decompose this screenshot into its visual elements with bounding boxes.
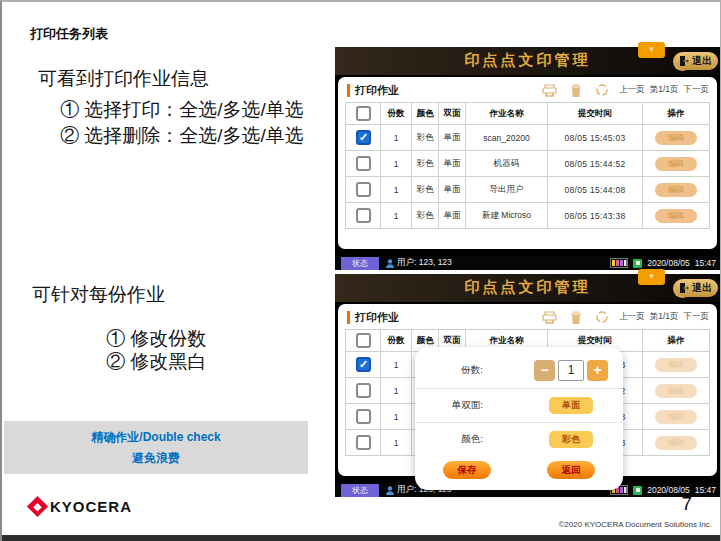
row-checkbox[interactable]	[356, 409, 371, 424]
trash-icon[interactable]	[570, 311, 582, 324]
back-button[interactable]: 返回	[547, 461, 595, 479]
cell-name: scan_20200	[466, 125, 548, 150]
edit-button[interactable]: 编辑	[655, 183, 697, 197]
edit-button[interactable]: 编辑	[655, 384, 697, 398]
chevron-down-icon: ▼	[648, 273, 656, 281]
copies-value: 1	[558, 360, 584, 381]
edit-button[interactable]: 编辑	[655, 209, 697, 223]
plus-button[interactable]: +	[587, 360, 608, 381]
page-indicator: 第1/1页	[650, 84, 679, 96]
refresh-icon[interactable]	[595, 83, 609, 97]
trash-icon[interactable]	[570, 84, 582, 97]
note-box: 精确作业/Double check 避免浪费	[4, 421, 308, 474]
col-copies: 份数	[381, 103, 412, 124]
cell-copies: 1	[381, 352, 412, 377]
note-line-2: 避免浪费	[132, 450, 180, 467]
toner-levels-icon	[610, 258, 628, 268]
col-copies: 份数	[381, 330, 412, 351]
chevron-down-tab[interactable]: ▼	[638, 42, 665, 58]
edit-button[interactable]: 编辑	[655, 157, 697, 171]
save-button[interactable]: 保存	[443, 461, 491, 479]
next-page-button[interactable]: 下一页	[684, 311, 710, 323]
cell-time: 08/05 15:44:52	[548, 151, 643, 176]
refresh-icon[interactable]	[595, 310, 609, 324]
panel-title: 打印作业	[355, 83, 399, 98]
print-icon[interactable]	[542, 84, 557, 97]
cell-duplex: 单面	[439, 151, 466, 176]
color-toggle-button[interactable]: 彩色	[549, 431, 593, 448]
row-checkbox[interactable]	[356, 208, 371, 223]
section2-item-2: ② 修改黑白	[106, 349, 206, 375]
status-time: 15:47	[695, 258, 716, 268]
cell-time: 08/05 15:43:38	[548, 203, 643, 228]
accent-bar	[347, 311, 350, 324]
row-checkbox[interactable]	[356, 182, 371, 197]
edit-button[interactable]: 编辑	[655, 131, 697, 145]
table-row: 1 彩色 单面 导出用户 08/05 15:44:08 编辑	[346, 176, 709, 202]
status-time: 15:47	[695, 485, 716, 495]
cell-color: 彩色	[412, 177, 439, 202]
prev-page-button[interactable]: 上一页	[619, 311, 645, 323]
kyocera-logo: KYOCERA	[30, 498, 132, 515]
minus-button[interactable]: −	[534, 360, 555, 381]
cell-copies: 1	[381, 404, 412, 429]
edit-button[interactable]: 编辑	[655, 410, 697, 424]
exit-button[interactable]: 退出	[675, 279, 718, 297]
cell-duplex: 单面	[439, 177, 466, 202]
section1-item-1: ① 选择打印：全选/多选/单选	[60, 97, 304, 123]
edit-button[interactable]: 编辑	[655, 436, 697, 450]
accent-bar	[347, 84, 350, 97]
print-icon[interactable]	[542, 311, 557, 324]
cell-copies: 1	[381, 203, 412, 228]
cell-name: 导出用户	[466, 177, 548, 202]
cell-name: 新建 Microso	[466, 203, 548, 228]
user-icon	[386, 259, 394, 268]
exit-button[interactable]: 退出	[675, 52, 718, 70]
duplex-label: 单双面:	[452, 399, 519, 412]
exit-door-icon	[680, 283, 689, 293]
status-ok-icon	[633, 259, 642, 268]
table-row: 1 彩色 单面 scan_20200 08/05 15:45:03 编辑	[346, 124, 709, 150]
section2-heading: 可针对每份作业	[32, 282, 165, 308]
status-user-text: 用户: 123, 123	[397, 257, 452, 269]
prev-page-button[interactable]: 上一页	[619, 84, 645, 96]
jobs-table: 份数 颜色 双面 作业名称 提交时间 操作 1 彩色 单面 scan_20200…	[345, 102, 710, 229]
cell-color: 彩色	[412, 125, 439, 150]
table-row: 1 彩色 单面 新建 Microso 08/05 15:43:38 编辑	[346, 202, 709, 228]
status-ok-icon	[633, 486, 642, 495]
row-checkbox[interactable]	[356, 383, 371, 398]
row-checkbox[interactable]	[356, 357, 371, 372]
cell-copies: 1	[381, 125, 412, 150]
page-indicator: 第1/1页	[650, 311, 679, 323]
note-line-1: 精确作业/Double check	[91, 429, 220, 446]
kyocera-logo-text: KYOCERA	[50, 498, 132, 515]
cell-copies: 1	[381, 430, 412, 455]
cell-copies: 1	[381, 177, 412, 202]
bottom-strip	[2, 535, 720, 541]
row-checkbox[interactable]	[356, 130, 371, 145]
cell-copies: 1	[381, 151, 412, 176]
select-all-checkbox[interactable]	[356, 106, 371, 121]
printer-screenshot-1: 印点点文印管理 ▼ ↩ 退出 打印作业 上一页	[335, 47, 720, 270]
duplex-toggle-button[interactable]: 单面	[549, 397, 593, 414]
col-action: 操作	[643, 330, 709, 351]
status-badge: 状态	[341, 257, 379, 270]
next-page-button[interactable]: 下一页	[684, 84, 710, 96]
chevron-down-tab[interactable]: ▼	[638, 269, 665, 285]
color-label: 颜色:	[461, 433, 519, 446]
app-header: 印点点文印管理 ▼ ↩ 退出	[335, 274, 720, 302]
select-all-checkbox[interactable]	[356, 333, 371, 348]
row-checkbox[interactable]	[356, 435, 371, 450]
row-checkbox[interactable]	[356, 156, 371, 171]
col-action: 操作	[643, 103, 709, 124]
status-date: 2020/08/05	[647, 258, 690, 268]
kyocera-logo-icon	[27, 496, 48, 517]
user-icon	[386, 486, 394, 495]
exit-button-label: 退出	[692, 281, 712, 295]
edit-button[interactable]: 编辑	[655, 358, 697, 372]
col-name: 作业名称	[466, 103, 548, 124]
col-color: 颜色	[412, 103, 439, 124]
page-title: 打印任务列表	[30, 25, 108, 43]
exit-button-label: 退出	[692, 54, 712, 68]
print-jobs-panel: 打印作业 上一页 第1/1页 下一页 份数	[338, 77, 717, 249]
